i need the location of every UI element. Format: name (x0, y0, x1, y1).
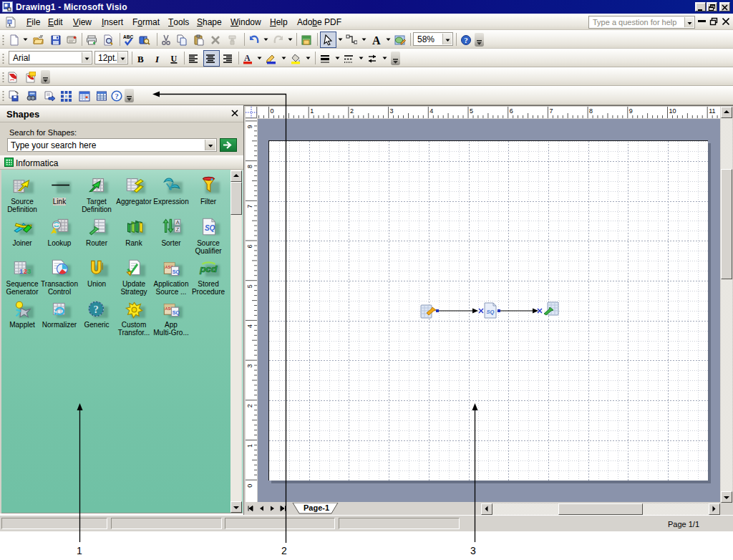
svg-text:Z: Z (176, 226, 180, 233)
svg-text:1: 1 (19, 268, 23, 275)
svg-text:9: 9 (629, 107, 633, 115)
svg-text:2: 2 (350, 107, 354, 115)
svg-text:SQ: SQ (173, 309, 180, 316)
svg-text:7: 7 (549, 107, 553, 115)
svg-text:11: 11 (709, 107, 715, 115)
svg-text:2: 2 (24, 268, 27, 275)
svg-text:2: 2 (246, 404, 253, 407)
svg-text:6: 6 (510, 107, 513, 115)
svg-text:4: 4 (429, 107, 433, 115)
svg-text:0: 0 (246, 484, 253, 488)
svg-text:pcd: pcd (199, 264, 218, 274)
svg-text:A: A (372, 34, 381, 46)
svg-text:I: I (155, 54, 160, 64)
svg-text:4: 4 (246, 324, 253, 328)
svg-text:U: U (170, 54, 177, 64)
svg-text:6: 6 (246, 245, 253, 248)
svg-text:SQ: SQ (173, 269, 180, 275)
svg-text:A: A (176, 219, 180, 226)
svg-text:?: ? (93, 304, 98, 315)
svg-text:3: 3 (390, 107, 394, 115)
svg-text:8: 8 (589, 107, 593, 115)
svg-text:?: ? (115, 92, 118, 100)
svg-text:A: A (244, 53, 251, 63)
svg-text:10: 10 (669, 107, 676, 115)
svg-text:1: 1 (310, 107, 314, 115)
svg-text:SQ: SQ (487, 309, 495, 315)
svg-text:B: B (137, 54, 144, 64)
svg-text:8: 8 (246, 165, 253, 168)
svg-text:5: 5 (470, 107, 473, 115)
svg-text:7: 7 (246, 205, 253, 208)
svg-text:ABC: ABC (123, 34, 133, 39)
svg-text:9: 9 (246, 125, 253, 128)
svg-text:3: 3 (246, 365, 253, 368)
svg-text:0: 0 (271, 107, 274, 115)
svg-text:5: 5 (246, 284, 253, 288)
svg-text:3: 3 (27, 268, 31, 275)
svg-text:1: 1 (246, 444, 253, 448)
svg-text:?: ? (464, 36, 468, 44)
svg-text:SQ: SQ (205, 224, 215, 232)
